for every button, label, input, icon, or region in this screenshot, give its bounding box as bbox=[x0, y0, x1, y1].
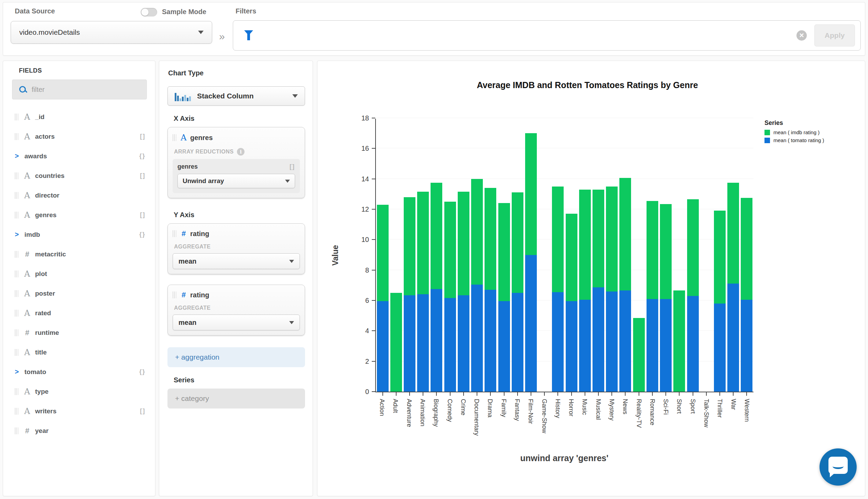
field-row-type[interactable]: Atype bbox=[3, 382, 155, 401]
filters-field[interactable]: ✕ Apply bbox=[233, 20, 861, 51]
x-tick-label: Biography bbox=[432, 399, 440, 427]
collapse-chevrons-icon[interactable]: » bbox=[219, 31, 225, 42]
y-tick bbox=[372, 330, 375, 331]
x-tick-label: Film-Noir bbox=[527, 399, 534, 424]
y-tick-label: 8 bbox=[365, 266, 369, 274]
filters-label: Filters bbox=[236, 7, 256, 15]
field-name: plot bbox=[35, 270, 47, 278]
legend-label: mean ( imdb rating ) bbox=[773, 129, 820, 135]
field-row-poster[interactable]: Aposter bbox=[3, 284, 155, 303]
expand-chevron-icon[interactable]: > bbox=[15, 152, 22, 160]
chart-type-dropdown[interactable]: Stacked Column bbox=[167, 86, 305, 106]
unwind-array-dropdown[interactable]: Unwind array bbox=[177, 174, 295, 188]
info-icon[interactable]: i bbox=[237, 148, 245, 156]
drag-handle-icon[interactable] bbox=[15, 388, 19, 395]
x-tick-label: Family bbox=[500, 399, 507, 417]
field-name: _id bbox=[35, 113, 44, 121]
x-tick-label: Short bbox=[675, 399, 683, 414]
x-tick bbox=[625, 392, 626, 396]
drag-handle-icon[interactable] bbox=[15, 427, 19, 434]
field-row-title[interactable]: Atitle bbox=[3, 342, 155, 362]
drag-handle-icon[interactable] bbox=[15, 349, 19, 356]
drag-handle-icon[interactable] bbox=[15, 270, 19, 277]
bar-segment-imdb-Sci-Fi bbox=[660, 204, 672, 299]
field-name: metacritic bbox=[35, 251, 66, 258]
y-axis-channel-card-1[interactable]: # rating AGGREGATE mean bbox=[167, 223, 305, 274]
x-tick bbox=[382, 392, 383, 396]
x-tick-label: Western bbox=[743, 399, 750, 422]
field-list: A_idAactors[]>awards{}Acountries[]Adirec… bbox=[3, 107, 155, 440]
field-row-rated[interactable]: Arated bbox=[3, 303, 155, 323]
drag-handle-icon[interactable] bbox=[15, 408, 19, 415]
field-row-metacritic[interactable]: #metacritic bbox=[3, 244, 155, 264]
drag-handle-icon[interactable] bbox=[15, 133, 19, 140]
field-search-box[interactable] bbox=[12, 79, 147, 99]
drag-handle-icon[interactable] bbox=[15, 329, 19, 336]
y-axis-channel-card-2[interactable]: # rating AGGREGATE mean bbox=[167, 285, 305, 336]
aggregate-dropdown-2[interactable]: mean bbox=[173, 315, 300, 330]
field-row-year[interactable]: #year bbox=[3, 421, 155, 440]
aggregate-dropdown-1[interactable]: mean bbox=[173, 253, 300, 269]
drag-handle-icon[interactable] bbox=[15, 114, 19, 120]
field-search-input[interactable] bbox=[32, 86, 135, 94]
drag-handle-icon[interactable] bbox=[15, 172, 19, 179]
sample-mode-toggle[interactable] bbox=[141, 8, 157, 17]
reduction-field: genres bbox=[177, 163, 198, 170]
add-aggregation-button[interactable]: + aggregation bbox=[167, 347, 305, 367]
bar-segment-tomato-Comedy bbox=[444, 298, 456, 392]
expand-chevron-icon[interactable]: > bbox=[15, 368, 22, 376]
x-axis-title: unwind array 'genres' bbox=[375, 453, 753, 463]
fields-panel-title: FIELDS bbox=[19, 67, 42, 74]
y-tick bbox=[372, 361, 375, 362]
bar-segment-imdb-Reality-TV bbox=[633, 318, 645, 392]
x-axis-channel-card[interactable]: A genres ARRAY REDUCTIONS i genres [] Un… bbox=[167, 127, 305, 198]
field-row-plot[interactable]: Aplot bbox=[3, 264, 155, 284]
data-source-dropdown[interactable]: video.movieDetails bbox=[11, 21, 212, 44]
filters-input[interactable] bbox=[261, 32, 790, 40]
number-type-icon: # bbox=[22, 426, 32, 435]
expand-chevron-icon[interactable]: > bbox=[15, 231, 22, 238]
x-tick bbox=[693, 392, 693, 396]
field-row-awards[interactable]: >awards{} bbox=[3, 146, 155, 166]
chevron-down-icon bbox=[198, 31, 204, 34]
array-badge: [] bbox=[290, 163, 295, 170]
field-row-countries[interactable]: Acountries[] bbox=[3, 166, 155, 185]
drag-handle-icon[interactable] bbox=[173, 230, 176, 237]
x-tick bbox=[585, 392, 585, 396]
field-row-writers[interactable]: Awriters[] bbox=[3, 401, 155, 421]
string-type-icon: A bbox=[22, 289, 32, 298]
bar-segment-tomato-Fantasy bbox=[512, 293, 523, 392]
field-row-runtime[interactable]: #runtime bbox=[3, 323, 155, 342]
y-axis-label: Y Axis bbox=[174, 211, 194, 219]
string-type-icon: A bbox=[22, 132, 32, 141]
field-row-tomato[interactable]: >tomato{} bbox=[3, 362, 155, 382]
drag-handle-icon[interactable] bbox=[15, 251, 19, 258]
bar-segment-tomato-Documentary bbox=[471, 285, 483, 392]
clear-filters-icon[interactable]: ✕ bbox=[796, 30, 807, 41]
drag-handle-icon[interactable] bbox=[173, 134, 176, 141]
add-category-button[interactable]: + category bbox=[167, 389, 305, 408]
apply-button[interactable]: Apply bbox=[814, 24, 855, 46]
bar-segment-imdb-Sport bbox=[687, 199, 699, 296]
drag-handle-icon[interactable] bbox=[15, 310, 19, 317]
field-row-genres[interactable]: Agenres[] bbox=[3, 205, 155, 225]
field-row-actors[interactable]: Aactors[] bbox=[3, 127, 155, 146]
bar-segment-imdb-Thriller bbox=[714, 211, 726, 303]
drag-handle-icon[interactable] bbox=[173, 291, 176, 298]
y-tick-label: 10 bbox=[361, 236, 369, 244]
field-row-imdb[interactable]: >imdb{} bbox=[3, 225, 155, 244]
drag-handle-icon[interactable] bbox=[15, 212, 19, 219]
y-tick bbox=[372, 148, 375, 149]
field-type-badge: {} bbox=[139, 231, 145, 238]
field-row-director[interactable]: Adirector bbox=[3, 185, 155, 205]
chat-launcher-button[interactable] bbox=[820, 448, 857, 486]
field-name: writers bbox=[35, 407, 56, 415]
field-row-_id[interactable]: A_id bbox=[3, 107, 155, 127]
bar-segment-imdb-Western bbox=[741, 198, 752, 300]
number-type-icon: # bbox=[22, 328, 32, 337]
y-tick-label: 14 bbox=[361, 175, 369, 183]
legend-swatch bbox=[764, 130, 770, 135]
drag-handle-icon[interactable] bbox=[15, 290, 19, 297]
x-tick bbox=[504, 392, 504, 396]
drag-handle-icon[interactable] bbox=[15, 192, 19, 199]
